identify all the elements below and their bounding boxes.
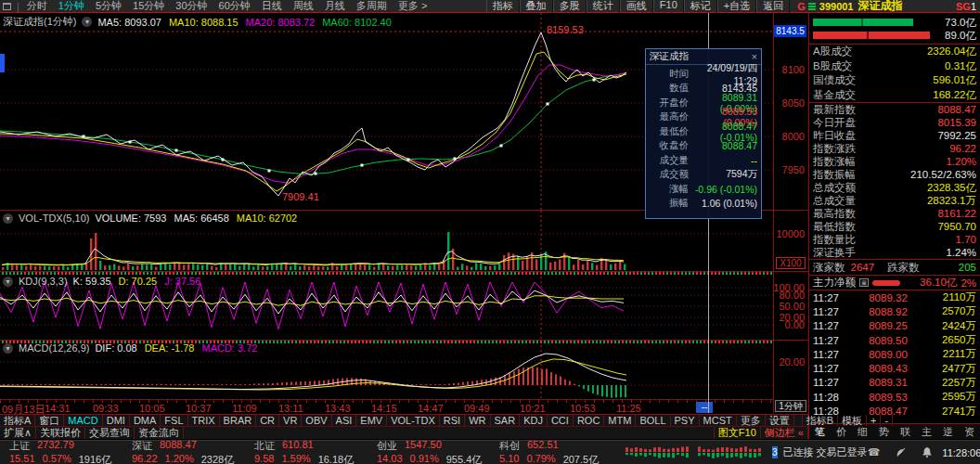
extension-tab[interactable]: 关联报价 — [36, 427, 85, 439]
bell-icon[interactable] — [922, 446, 933, 458]
indicator-tab[interactable]: ROC — [574, 415, 604, 426]
main-funds-pct: 2% — [961, 277, 976, 289]
popup-row-label: 最低价 — [650, 125, 689, 138]
right-panel-tab[interactable]: 资 — [962, 425, 976, 439]
indicator-tab[interactable]: DMA — [130, 415, 161, 426]
detail-icon[interactable]: ▣ — [859, 278, 869, 287]
toolbar-button[interactable]: 画线 — [620, 0, 653, 13]
period-tab[interactable]: 1分钟 — [53, 0, 90, 13]
indicator-tab[interactable]: PSY — [671, 415, 700, 426]
popup-row: 成交额7594万 — [650, 168, 757, 183]
popup-row: 成交量-- — [650, 153, 757, 168]
indicator-tab-right[interactable]: - — [881, 415, 893, 426]
kdj-chart[interactable] — [0, 272, 773, 340]
toolbar-button[interactable]: 统计 — [587, 0, 620, 13]
indicator-tab[interactable]: VR — [279, 415, 302, 426]
toolbar-button[interactable]: 多股 — [553, 0, 587, 13]
indicator-tab-right[interactable]: 模板 — [838, 415, 867, 426]
index-summary[interactable]: 深证8088.4796.221.20%2328亿 — [132, 439, 245, 464]
extension-tab[interactable]: 扩展∧ — [0, 427, 36, 439]
indicator-tab[interactable]: MCST — [700, 415, 737, 426]
status-bar: 上证2732.7915.510.57%1916亿深证8088.4796.221.… — [0, 440, 980, 464]
phone-icon[interactable]: ☎ — [868, 446, 881, 458]
index-summary[interactable]: 北证610.819.581.59%16.18亿 — [254, 439, 368, 464]
indicator-tab[interactable]: MACD — [64, 415, 102, 426]
connection-count-badge[interactable]: 3 — [772, 446, 778, 458]
indicator-tab[interactable]: TRIX — [188, 415, 220, 426]
index-summary[interactable]: 创业1547.5014.030.91%955.4亿 — [377, 439, 490, 464]
right-panel-tab[interactable]: 势 — [877, 425, 891, 439]
indicator-tab[interactable]: BRAR — [220, 415, 257, 426]
period-tab[interactable]: 30分钟 — [170, 0, 213, 13]
indicator-tab[interactable]: SAR — [491, 415, 521, 426]
indicator-tab[interactable]: DMI — [103, 415, 130, 426]
indicator-tab[interactable]: 设置 — [766, 415, 794, 426]
indicator-tab[interactable]: 更多 — [737, 415, 766, 426]
right-panel-tab[interactable]: 逆 — [941, 425, 955, 439]
tick-row: 11:278089.322110万 — [809, 290, 980, 304]
period-tab[interactable]: 多周期 — [351, 0, 393, 13]
indicator-tab[interactable]: FSL — [161, 415, 187, 426]
buy-bar-row: 73.0亿 — [813, 16, 976, 29]
indicator-tab-right[interactable]: + — [867, 415, 881, 426]
collapse-chevron-icon[interactable]: ▾ — [3, 343, 13, 354]
indicator-tab[interactable]: CR — [256, 415, 279, 426]
toolbar-button[interactable]: 标记 — [684, 0, 717, 13]
extension-tab-right[interactable]: 侧边栏 « — [761, 427, 808, 439]
indicator-tab[interactable]: ASI — [332, 415, 357, 426]
indicator-tab[interactable]: VOL-TDX — [387, 415, 440, 426]
macd-chart[interactable] — [0, 341, 773, 399]
period-tab[interactable]: 5分钟 — [90, 0, 127, 13]
period-tabs: 分时1分钟5分钟15分钟30分钟60分钟日线周线月线多周期更多 > — [21, 0, 432, 13]
index-stat-row-label: 指数量比 — [813, 233, 856, 247]
period-tab[interactable]: 月线 — [319, 0, 351, 13]
index-summary[interactable]: 上证2732.7915.510.57%1916亿 — [9, 439, 122, 464]
period-tab[interactable]: 日线 — [256, 0, 288, 13]
extension-tabs-right: 图文F10侧边栏 « — [715, 427, 808, 439]
turnover-row-label: 基金成交 — [813, 88, 856, 102]
stock-info: G 399001 深证成指 — [797, 0, 902, 14]
down-label: 跌家数 — [887, 261, 920, 275]
indicator-tab-right[interactable]: 指标B — [803, 415, 838, 426]
period-tab[interactable]: 更多 > — [393, 0, 432, 13]
vol-unit-box: X100 — [776, 257, 806, 269]
indicator-tab[interactable]: 窗口 — [35, 415, 64, 426]
indicator-tab[interactable]: EMV — [356, 415, 387, 426]
indicator-tab[interactable]: 指标A — [0, 415, 35, 426]
toolbar-button[interactable]: 叠加 — [520, 0, 553, 13]
extension-tab[interactable]: 交易查询 — [85, 427, 135, 439]
popup-row-label: 开盘价 — [650, 97, 689, 110]
period-tab[interactable]: 分时 — [21, 0, 53, 13]
toolbar-button[interactable]: F10 — [653, 0, 684, 13]
indicator-tab[interactable]: WR — [465, 415, 490, 426]
vol-tick: 10000 — [776, 228, 805, 239]
indicator-tab[interactable]: MTM — [604, 415, 636, 426]
window-grid-icon[interactable] — [3, 3, 11, 10]
index-stat-row-label: 今日开盘 — [813, 116, 856, 130]
period-tab[interactable]: 15分钟 — [127, 0, 170, 13]
indicator-tab[interactable]: KDJ — [520, 415, 548, 426]
close-icon[interactable]: × — [752, 51, 757, 62]
collapse-chevron-icon[interactable]: ▾ — [3, 213, 13, 224]
toolbar-button[interactable]: +自选 — [717, 0, 756, 13]
satellite-dish-icon[interactable] — [895, 446, 907, 458]
period-tab[interactable]: 周线 — [288, 0, 319, 13]
down-count: 205 — [959, 262, 976, 273]
right-panel-tab[interactable]: 主 — [920, 425, 934, 439]
collapse-chevron-icon[interactable]: ▾ — [3, 277, 13, 287]
main-funds-value: 36.10亿 — [920, 276, 957, 290]
toolbar-button[interactable]: 返回 — [756, 0, 790, 13]
volume-chart[interactable] — [0, 211, 773, 270]
period-tab[interactable]: 60分钟 — [213, 0, 256, 13]
indicator-tab[interactable]: CCI — [548, 415, 574, 426]
indicator-tab[interactable]: RSI — [440, 415, 465, 426]
time-axis: 09月13日14:3109:3310:0510:3711:0913:1113:4… — [0, 399, 773, 413]
index-summary[interactable]: 科创652.515.100.79%207.5亿 — [499, 439, 612, 464]
toolbar-button[interactable]: 指标 — [486, 0, 520, 13]
right-panel-tab[interactable]: 联 — [898, 425, 912, 439]
indicator-tab[interactable]: BOLL — [636, 415, 670, 426]
indicator-tab[interactable]: OBV — [302, 415, 331, 426]
extension-tab[interactable]: 资金流向 — [135, 427, 184, 439]
period-box[interactable]: 1分钟 — [775, 400, 806, 412]
extension-tab-right[interactable]: 图文F10 — [715, 427, 761, 439]
